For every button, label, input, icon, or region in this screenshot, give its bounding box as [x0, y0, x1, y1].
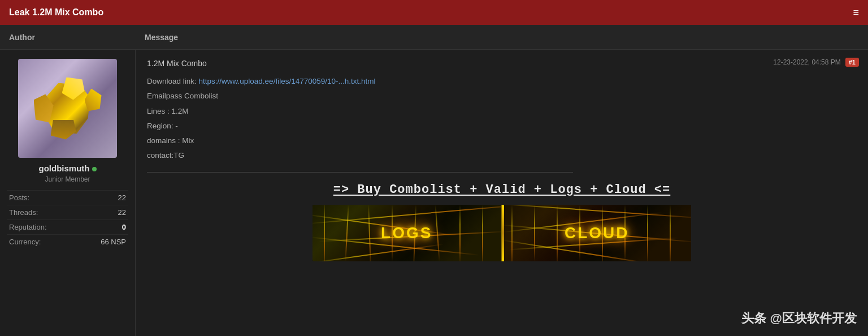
- message-column: 12-23-2022, 04:58 PM #1 1.2M Mix Combo D…: [136, 50, 868, 336]
- header-title: Leak 1.2M Mix Combo: [9, 7, 103, 18]
- posts-label: Posts:: [9, 193, 29, 202]
- download-link[interactable]: https://www.upload.ee/files/14770059/10-…: [199, 77, 376, 85]
- message-line-domains: domains : Mix: [147, 135, 857, 147]
- cloud-half: CLOUD: [503, 205, 692, 261]
- stat-reputation: Reputation: 0: [7, 219, 128, 234]
- post-number: #1: [845, 58, 859, 67]
- reputation-label: Reputation:: [9, 223, 47, 231]
- watermark: 头条 @区块软件开发: [741, 310, 857, 327]
- stat-currency: Currency: 66 NSP: [7, 234, 128, 249]
- stat-threads: Threads: 22: [7, 205, 128, 219]
- reputation-value: 0: [122, 223, 126, 231]
- filter-icon[interactable]: ≡: [853, 7, 859, 19]
- logs-label: LOGS: [381, 224, 432, 242]
- currency-label: Currency:: [9, 238, 41, 246]
- column-headers: Author Message: [0, 25, 868, 50]
- author-column: goldbismuth Junior Member Posts: 22 Thre…: [0, 50, 136, 336]
- author-name[interactable]: goldbismuth: [39, 163, 97, 173]
- online-indicator: [92, 167, 97, 171]
- posts-value: 22: [118, 193, 126, 202]
- logs-cloud-banner[interactable]: LOGS CLOUD: [313, 205, 691, 261]
- message-column-header: Message: [136, 33, 868, 42]
- currency-value: 66 NSP: [101, 238, 126, 246]
- download-label: Download link:: [147, 77, 199, 85]
- buy-banner-text: => Buy Combolist + Valid + Logs + Cloud …: [147, 183, 857, 197]
- message-line-download: Download link: https://www.upload.ee/fil…: [147, 76, 857, 87]
- author-stats: Posts: 22 Threads: 22 Reputation: 0 Curr…: [7, 190, 128, 249]
- cloud-label: CLOUD: [565, 224, 630, 242]
- message-line-lines: Lines : 1.2M: [147, 106, 857, 117]
- message-line-region: Region: -: [147, 120, 857, 132]
- threads-value: 22: [118, 208, 126, 217]
- author-column-header: Author: [0, 33, 136, 42]
- banner-divider: [502, 205, 504, 261]
- app-header: Leak 1.2M Mix Combo ≡: [0, 0, 868, 25]
- message-line-contact: contact:TG: [147, 150, 857, 161]
- post-title: 1.2M Mix Combo: [147, 59, 857, 68]
- author-role: Junior Member: [45, 175, 90, 183]
- post-timestamp: 12-23-2022, 04:58 PM: [773, 58, 840, 66]
- threads-label: Threads:: [9, 208, 38, 217]
- avatar: [18, 59, 117, 158]
- message-line-emailpass: Emailpass Combolist: [147, 91, 857, 102]
- content-row: goldbismuth Junior Member Posts: 22 Thre…: [0, 50, 868, 336]
- logs-half: LOGS: [313, 205, 503, 261]
- post-meta: 12-23-2022, 04:58 PM #1: [773, 58, 859, 67]
- message-divider: [147, 172, 573, 173]
- stat-posts: Posts: 22: [7, 190, 128, 205]
